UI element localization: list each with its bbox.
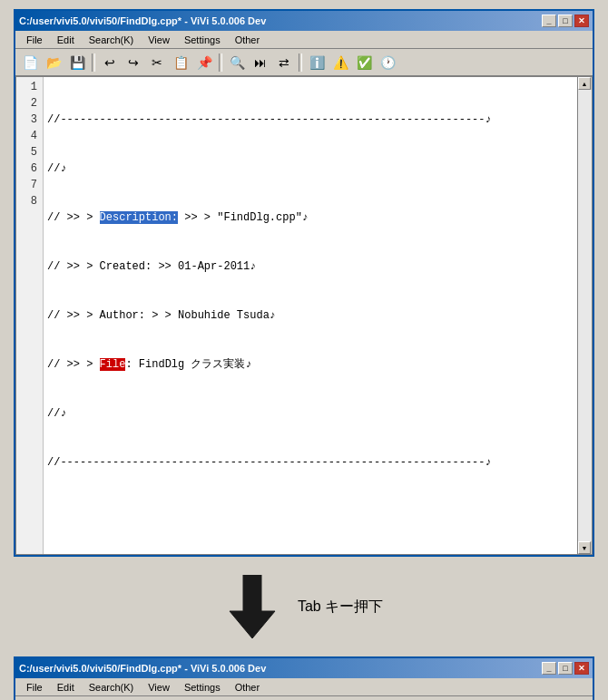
scroll-track-1[interactable] [578,90,592,541]
minimize-button-1[interactable]: _ [542,15,556,27]
toolbar-open-1[interactable]: 📂 [43,53,64,73]
toolbar-cut-1[interactable]: ✂ [146,53,168,73]
menu-edit-1[interactable]: Edit [50,34,82,46]
toolbar-paste-1[interactable]: 📌 [193,53,215,73]
code-line-1-1: //--------------------------------------… [47,112,574,128]
menu-view-1[interactable]: View [141,34,177,46]
toolbar-find-1[interactable]: 🔍 [226,53,248,73]
toolbar-info-1[interactable]: ℹ️ [306,53,328,73]
line-numbers-1: 1 2 3 4 5 6 7 8 [16,77,44,554]
code-area-1[interactable]: //--------------------------------------… [44,77,577,554]
code-line-1-4: // >> > Created: >> 01-Apr-2011♪ [47,258,574,275]
code-line-1-3: // >> > Description: >> > "FindDlg.cpp"♪ [47,209,574,226]
menu-view-2[interactable]: View [141,681,177,694]
title-bar-buttons-2: _ □ ✕ [542,662,589,675]
toolbar-save-1[interactable]: 💾 [66,53,88,73]
title-bar-2: C:/user/vivi5.0/vivi50/FindDlg.cpp* - Vi… [15,658,593,678]
menu-file-2[interactable]: File [19,681,50,694]
code-line-1-5: // >> > Author: > > Nobuhide Tsuda♪ [47,307,574,324]
sep1-1 [92,53,95,72]
code-line-1-2: //♪ [47,160,574,177]
minimize-button-2[interactable]: _ [542,662,556,675]
maximize-button-1[interactable]: □ [558,15,573,27]
menu-bar-1: File Edit Search(K) View Settings Other [15,31,593,49]
down-arrow-icon [225,575,279,638]
menu-edit-2[interactable]: Edit [50,681,82,694]
toolbar-warn-1[interactable]: ⚠️ [329,53,351,73]
toolbar-copy-1[interactable]: 📋 [170,53,191,73]
scrollbar-v-1[interactable]: ▲ ▼ [577,77,592,554]
sep3-1 [299,53,302,72]
window2: C:/user/vivi5.0/vivi50/FindDlg.cpp* - Vi… [14,656,594,700]
toolbar-ok-1[interactable]: ✅ [353,53,375,73]
window1-title: C:/user/vivi5.0/vivi50/FindDlg.cpp* - Vi… [19,15,538,26]
window1: C:/user/vivi5.0/vivi50/FindDlg.cpp* - Vi… [14,9,594,557]
menu-search-1[interactable]: Search(K) [82,34,142,46]
code-line-1-7: //♪ [47,405,574,422]
menu-settings-2[interactable]: Settings [177,681,228,694]
menu-other-1[interactable]: Other [228,34,268,46]
menu-settings-1[interactable]: Settings [177,34,228,46]
toolbar-replace-1[interactable]: ⇄ [273,53,295,73]
toolbar-undo-1[interactable]: ↩ [99,53,121,73]
highlight-file-cursor: File [100,358,126,371]
code-line-1-9 [47,503,574,520]
editor-1: 1 2 3 4 5 6 7 8 //----------------------… [15,76,593,555]
svg-marker-0 [230,575,275,638]
scroll-up-1[interactable]: ▲ [578,77,591,90]
toolbar-1: 📄 📂 💾 ↩ ↪ ✂ 📋 📌 🔍 ⏭ ⇄ ℹ️ ⚠️ ✅ 🕐 [15,49,593,76]
title-bar-buttons-1: _ □ ✕ [542,15,589,27]
toolbar-new-1[interactable]: 📄 [19,53,41,73]
maximize-button-2[interactable]: □ [558,662,573,675]
menu-search-2[interactable]: Search(K) [82,681,142,694]
toolbar-redo-1[interactable]: ↪ [123,53,144,73]
sep2-1 [219,53,222,72]
close-button-2[interactable]: ✕ [574,662,589,675]
scroll-down-1[interactable]: ▼ [578,541,591,554]
arrow-label: Tab キー押下 [298,598,383,617]
toolbar-clock-1[interactable]: 🕐 [377,53,398,73]
menu-other-2[interactable]: Other [228,681,268,694]
toolbar-find-next-1[interactable]: ⏭ [250,53,271,73]
highlight-description: Description: [100,211,178,224]
close-button-1[interactable]: ✕ [574,15,589,27]
menu-bar-2: File Edit Search(K) View Settings Other [15,678,593,696]
toolbar-2: 📄 📂 💾 ↩ ↪ ✂ 📋 📌 🔍 ⏭ ⇄ ℹ️ ⚠️ ✅ 🕐 [15,696,593,700]
code-line-1-8: //--------------------------------------… [47,454,574,471]
title-bar-1: C:/user/vivi5.0/vivi50/FindDlg.cpp* - Vi… [15,11,593,31]
code-line-1-6: // >> > File: FindDlg クラス実装♪ [47,356,574,373]
menu-file-1[interactable]: File [19,34,50,46]
window2-title: C:/user/vivi5.0/vivi50/FindDlg.cpp* - Vi… [19,663,538,674]
arrow-section: Tab キー押下 [14,557,594,656]
